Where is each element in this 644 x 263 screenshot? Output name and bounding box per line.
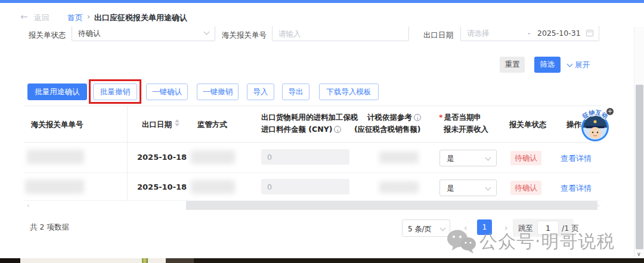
export-date-cell: 2025-10-18 <box>137 153 187 162</box>
breadcrumb-separator-icon: › <box>87 12 90 21</box>
expand-label: 展开 <box>575 60 590 69</box>
import-button[interactable]: 导入 <box>247 83 274 100</box>
status-filter-label: 报关单状态 <box>29 30 66 41</box>
info-icon[interactable] <box>334 126 341 133</box>
sort-asc-icon[interactable] <box>175 119 179 122</box>
status-filter-select[interactable]: 待确认 <box>72 26 215 41</box>
status-badge: 待确认 <box>510 181 541 195</box>
status-filter-value: 待确认 <box>78 29 101 39</box>
date-end-value: 2025-10-31 <box>537 29 581 38</box>
chevron-down-icon <box>485 185 491 191</box>
redacted-customs-no <box>25 180 84 194</box>
batch-confirm-button[interactable]: 批量用途确认 <box>27 83 87 100</box>
col-header-bonded-line2: 进口料件金额 (CNY) <box>261 125 341 135</box>
page-size-select[interactable]: 5 条/页 <box>402 219 450 237</box>
taskbar-segment <box>166 258 194 263</box>
plus-icon[interactable]: + <box>606 108 614 115</box>
uninvoiced-value: 是 <box>447 184 454 194</box>
required-star: * <box>439 113 443 122</box>
bonded-amount-input <box>261 149 349 165</box>
chevron-down-icon <box>440 225 446 231</box>
row-divider <box>24 172 601 173</box>
jump-label: 跳至 <box>518 224 533 234</box>
vertical-scrollbar[interactable]: ∨ <box>634 27 644 258</box>
prev-page-icon[interactable]: ‹ <box>464 223 467 233</box>
reset-button[interactable]: 重置 <box>500 57 525 73</box>
chevron-down-icon <box>567 61 573 67</box>
col-header-tax-basis-line2: (应征税含税销售额) <box>354 125 420 135</box>
filter-button[interactable]: 筛选 <box>534 57 561 73</box>
page-1-button[interactable]: 1 <box>477 219 492 235</box>
table-header-top-border <box>24 106 601 106</box>
taskbar-mini-icon <box>142 258 148 263</box>
scroll-right-icon[interactable]: › <box>597 202 600 209</box>
uninvoiced-select[interactable]: 是 <box>439 150 497 166</box>
next-page-icon[interactable]: › <box>504 223 508 233</box>
redacted-tax-basis <box>379 151 419 163</box>
col-header-uninvoiced-line2: 报未开票收入 <box>444 125 488 135</box>
app-window: ← 返回 首页 › 出口应征税报关单用途确认 报关单状态 待确认 海关报关单号 … <box>0 0 644 263</box>
page-size-value: 5 条/页 <box>408 224 432 234</box>
customs-no-input[interactable] <box>272 26 409 41</box>
chevron-down-icon <box>204 29 210 35</box>
redacted-supervision-mode <box>191 180 235 194</box>
col-header-uninvoiced-line1: *是否当期申 <box>439 113 481 123</box>
one-click-confirm-button[interactable]: 一键确认 <box>146 83 188 100</box>
col-header-supervision-mode: 监管方式 <box>197 120 227 130</box>
redacted-supervision-mode <box>191 150 235 164</box>
export-date-cell: 2025-10-18 <box>137 182 187 191</box>
col-header-bonded-line1: 出口货物耗用的进料加工保税 <box>261 113 358 123</box>
breadcrumb-bar: ← 返回 首页 › 出口应征税报关单用途确认 <box>0 3 644 28</box>
redacted-customs-no <box>27 150 84 164</box>
bonded-amount-input <box>261 179 349 194</box>
watermark: 公众号·明哥说税 <box>446 228 477 257</box>
page-total-text: /1 页 <box>562 224 579 234</box>
sort-control[interactable] <box>175 119 179 126</box>
status-badge: 待确认 <box>510 151 541 165</box>
sort-desc-icon[interactable] <box>175 123 179 126</box>
fixed-column-divider <box>127 106 128 201</box>
expand-toggle[interactable]: 展开 <box>568 60 590 70</box>
back-button[interactable]: 返回 <box>34 13 49 23</box>
uninvoiced-value: 是 <box>447 154 454 164</box>
scroll-down-icon[interactable]: ∨ <box>637 251 641 257</box>
scroll-left-icon[interactable]: ‹ <box>27 202 29 209</box>
officer-face <box>589 127 601 139</box>
view-detail-link[interactable]: 查看详情 <box>561 183 592 194</box>
chevron-down-icon <box>485 155 491 161</box>
page-title: 出口应征税报关单用途确认 <box>94 13 187 23</box>
col-header-status: 报关单状态 <box>509 120 547 130</box>
export-date-range-picker[interactable]: 请选择 - 2025-10-31 <box>460 26 599 41</box>
horizontal-scrollbar-thumb[interactable] <box>186 201 597 210</box>
uninvoiced-select[interactable]: 是 <box>439 180 497 196</box>
one-click-cancel-button[interactable]: 一键撤销 <box>197 83 239 100</box>
batch-cancel-button[interactable]: 批量撤销 <box>93 83 137 100</box>
calendar-icon <box>586 30 593 36</box>
table-header-bottom-border <box>24 142 601 143</box>
info-icon[interactable] <box>414 114 421 121</box>
breadcrumb-home-link[interactable]: 首页 <box>67 13 83 23</box>
export-button[interactable]: 导出 <box>282 83 309 100</box>
taskbar-sliver <box>0 258 644 263</box>
col-header-customs-no: 海关报关单单号 <box>31 120 83 130</box>
view-detail-link[interactable]: 查看详情 <box>561 153 592 164</box>
export-date-filter-label: 出口日期 <box>423 30 453 41</box>
back-arrow-icon[interactable]: ← <box>20 11 28 22</box>
redacted-tax-basis <box>379 181 419 193</box>
col-header-export-date: 出口日期 <box>142 120 172 130</box>
wechat-icon <box>446 228 477 255</box>
jump-page-input[interactable] <box>537 221 559 235</box>
customs-no-filter-label: 海关报关单号 <box>222 30 267 41</box>
download-template-button[interactable]: 下载导入模板 <box>319 83 379 100</box>
total-count-text: 共 2 项数据 <box>30 222 69 233</box>
horizontal-scrollbar[interactable]: ‹ › <box>24 201 601 210</box>
date-start-placeholder: 请选择 <box>467 29 490 39</box>
col-header-tax-basis-line1: 计税依据参考 <box>367 113 421 123</box>
vertical-scrollbar-thumb[interactable] <box>636 85 643 249</box>
taskbar-segment <box>0 258 20 263</box>
date-range-separator: - <box>528 29 531 38</box>
